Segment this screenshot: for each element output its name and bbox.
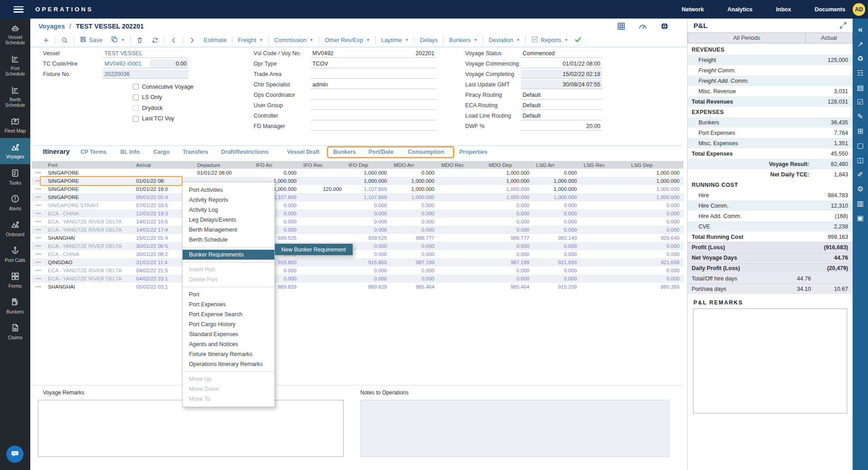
delete-button[interactable]	[132, 37, 147, 44]
field-input[interactable]	[561, 111, 602, 120]
menu-item-port-activities[interactable]: Port Activities	[183, 185, 274, 195]
freight-menu-button[interactable]: Freight▼	[234, 37, 267, 43]
contact-card-icon[interactable]: ◫	[855, 157, 866, 164]
row-menu-button[interactable]: •••	[32, 268, 45, 273]
report-form-icon[interactable]: ▤	[855, 84, 866, 91]
tab-vessel-draft[interactable]: Vessel Draft	[287, 149, 320, 155]
column-header-arrival[interactable]: Arrival	[133, 162, 194, 168]
row-menu-button[interactable]: •••	[32, 252, 45, 256]
menu-item-bunker-requirements[interactable]: Bunker Requirements	[183, 250, 274, 260]
sidebar-item-claims[interactable]: Claims	[0, 319, 30, 345]
row-menu-button[interactable]: •••	[32, 285, 45, 289]
tc-code-field[interactable]: MV0492-I0001	[103, 59, 150, 68]
apps-grid-icon[interactable]: ⊞	[855, 128, 866, 135]
tab-draft-restrictions[interactable]: Draft/Restrictions	[221, 149, 269, 155]
dashboard-gauge-icon[interactable]	[638, 22, 647, 31]
task-list-icon[interactable]: ☑	[855, 99, 866, 106]
itinerary-row[interactable]: •••SHANGHAI05/02/22 03:1889.829889.82998…	[32, 283, 684, 291]
topnav-item-analytics[interactable]: Analytics	[727, 6, 753, 13]
deviation-menu-button[interactable]: Deviation▼	[485, 37, 524, 43]
menu-hamburger-icon[interactable]	[14, 6, 24, 13]
sidebar-item-alerts[interactable]: Alerts	[0, 190, 30, 216]
sidebar-item-voyages[interactable]: Voyages	[0, 138, 30, 164]
sidebar-item-forms[interactable]: Forms	[0, 267, 30, 293]
sidebar-item-fleet-map[interactable]: Fleet Map	[0, 112, 30, 138]
crane-icon[interactable]: ▣	[855, 214, 866, 222]
row-menu-button[interactable]: •••	[32, 195, 45, 199]
signature-icon[interactable]: ✎	[855, 113, 866, 120]
tab-itinerary[interactable]: Itinerary	[43, 147, 70, 155]
topnav-item-network[interactable]: Network	[682, 6, 704, 13]
menu-item-activity-reports[interactable]: Activity Reports	[183, 195, 274, 205]
tab-transfers[interactable]: Transfers	[183, 149, 208, 155]
row-menu-button[interactable]: •••	[32, 244, 45, 248]
data-grid-icon[interactable]	[617, 22, 626, 31]
tab-properties[interactable]: Properties	[459, 149, 487, 155]
field-input[interactable]	[311, 111, 436, 120]
column-header-departure[interactable]: Departure	[194, 162, 253, 168]
tc-hire-field[interactable]: 0.00	[150, 59, 189, 68]
itinerary-row[interactable]: •••ECA - CHINA30/01/22 08:20.0000.0000.0…	[32, 250, 684, 258]
column-header-mdo-dep[interactable]: MDO Dep	[486, 162, 533, 168]
itinerary-row[interactable]: •••SINGAPORE01/01/22 08:000.0001,000.000…	[32, 169, 684, 177]
tab-bunkers[interactable]: Bunkers	[333, 149, 356, 155]
itinerary-row[interactable]: •••ECA - YANGTZE RIVER DELTA14/01/22 17:…	[32, 226, 684, 234]
field-input[interactable]	[561, 90, 602, 100]
refresh-button[interactable]	[147, 37, 163, 44]
field-input[interactable]: 01/01/22 08:00	[521, 59, 602, 68]
field-input[interactable]: Default	[521, 111, 561, 120]
laytime-menu-button[interactable]: Laytime▼	[377, 37, 412, 43]
other-rev-exp-menu-button[interactable]: Other Rev/Exp▼	[321, 37, 374, 43]
field-input[interactable]: 20.00	[521, 122, 602, 131]
itinerary-row[interactable]: •••SINGAPORE STRAIT07/01/22 03:50.0000.0…	[32, 201, 684, 209]
itinerary-row[interactable]: •••SINGAPORE01/01/22 18:01,000.000120.00…	[32, 185, 684, 193]
pnl-expand-icon[interactable]	[839, 21, 847, 29]
bunkers-menu-button[interactable]: Bunkers▼	[445, 37, 481, 43]
column-header-ifo-dep[interactable]: IFO Dep	[346, 162, 391, 168]
sidebar-item-port-schedule[interactable]: Port Schedule	[0, 50, 30, 81]
sidebar-item-onboard[interactable]: Onboard	[0, 216, 30, 242]
breadcrumb-voyages-link[interactable]: Voyages	[38, 23, 65, 30]
row-menu-button[interactable]: •••	[32, 179, 45, 183]
row-menu-button[interactable]: •••	[32, 276, 45, 281]
itinerary-row[interactable]: •••SINGAPORE05/01/22 02:41,107.8691,107.…	[32, 193, 684, 201]
sidebar-item-vessel-schedule[interactable]: Vessel Schedule	[0, 19, 30, 50]
tab-cargo[interactable]: Cargo	[153, 149, 170, 155]
menu-item-activity-log[interactable]: Activity Log	[183, 205, 274, 215]
topnav-item-documents[interactable]: Documents	[815, 6, 845, 13]
itinerary-row[interactable]: •••QINGDAO31/01/22 11:4915.860915.860987…	[32, 258, 684, 266]
field-input[interactable]: admin	[311, 80, 436, 89]
chat-button[interactable]	[6, 446, 24, 463]
itinerary-row[interactable]: •••ECA - YANGTZE RIVER DELTA14/01/22 10:…	[32, 218, 684, 226]
itinerary-row[interactable]: •••ECA - YANGTZE RIVER DELTA04/02/22 21:…	[32, 266, 684, 275]
row-menu-button[interactable]: •••	[32, 228, 45, 232]
column-header-lsg-dep[interactable]: LSG Dep	[628, 162, 684, 168]
sidebar-item-port-calls[interactable]: Port Calls	[0, 242, 30, 267]
menu-item-port-expense-search[interactable]: Port Expense Search	[183, 309, 274, 319]
column-header-port[interactable]: Port	[45, 162, 133, 168]
menu-item-leg-delays-events[interactable]: Leg Delays/Events	[183, 215, 274, 225]
column-header-lsg-arr[interactable]: LSG Arr	[533, 162, 581, 168]
sidebar-item-berth-schedule[interactable]: Berth Schedule	[0, 81, 30, 112]
column-header-ifo-rec[interactable]: IFO Rec	[301, 162, 346, 168]
field-input[interactable]: MV0492	[311, 49, 373, 58]
search-button[interactable]	[57, 37, 72, 44]
field-input[interactable]: Commenced	[521, 49, 602, 58]
field-input[interactable]	[311, 101, 436, 110]
delays-button[interactable]: Delays	[416, 37, 442, 43]
topnav-item-inbox[interactable]: Inbox	[776, 6, 791, 13]
column-header-row-menu[interactable]: ...	[32, 163, 45, 167]
pnl-tab-all-periods[interactable]: All Periods	[688, 33, 806, 43]
field-input[interactable]	[311, 122, 436, 131]
analytics-icon[interactable]: ↗	[855, 41, 866, 48]
document-icon[interactable]: ▢	[855, 142, 866, 149]
menu-item-port-cargo-history[interactable]: Port Cargo History	[183, 319, 274, 329]
tab-port-date[interactable]: Port/Date	[368, 149, 394, 155]
pnl-tab-actual[interactable]: Actual	[806, 33, 853, 43]
estimate-button[interactable]: Estimate	[200, 37, 231, 43]
next-button[interactable]	[184, 37, 200, 44]
column-header-lsg-rec[interactable]: LSG Rec	[581, 162, 628, 168]
reports-menu-button[interactable]: Reports▼	[527, 36, 572, 44]
settings-icon[interactable]: ⚙	[855, 185, 866, 193]
emissions-icon[interactable]: ♻	[855, 55, 866, 62]
